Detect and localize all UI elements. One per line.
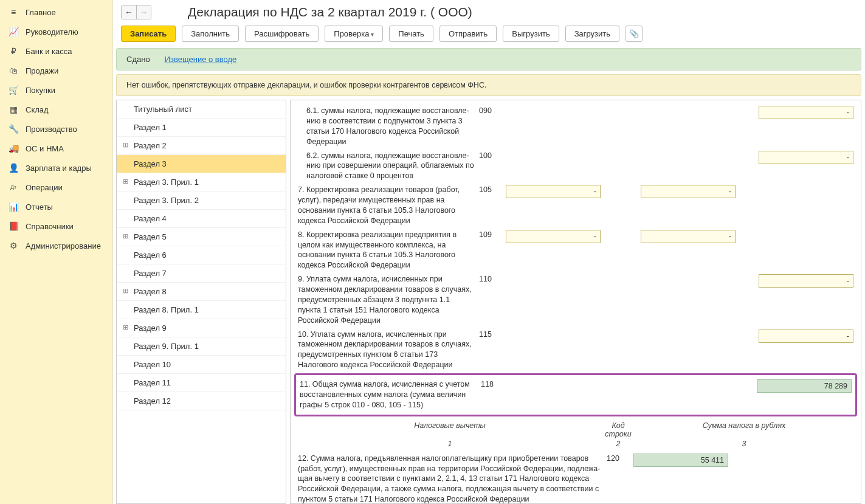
value-110[interactable]: [759, 274, 853, 288]
tree-item-s9p1[interactable]: Раздел 9. Прил. 1: [117, 337, 286, 356]
row-105: 7. Корректировка реализации товаров (раб…: [298, 183, 853, 228]
back-button[interactable]: ←: [122, 5, 136, 19]
decode-button[interactable]: Расшифровать: [245, 26, 319, 42]
content: Титульный лист Раздел 1 Раздел 2 Раздел …: [116, 100, 861, 504]
highlight-118: 11. Общая сумма налога, исчисленная с уч…: [294, 373, 857, 416]
sidebar-item-warehouse[interactable]: ▦Склад: [0, 100, 112, 119]
tree-item-s1[interactable]: Раздел 1: [117, 119, 286, 137]
tree-item-s7[interactable]: Раздел 7: [117, 264, 286, 283]
row-code: 110: [479, 274, 501, 285]
row-code: 120: [607, 454, 629, 464]
value-105-1[interactable]: [506, 185, 601, 198]
load-button[interactable]: Загрузить: [565, 26, 619, 42]
tree-item-s12[interactable]: Раздел 12: [117, 392, 286, 410]
sub-header: Налоговые вычеты Код строки Сумма налога…: [298, 418, 853, 440]
tree-item-s3[interactable]: Раздел 3: [117, 155, 286, 173]
sub-nums: 1 2 3: [298, 440, 853, 452]
sidebar-item-label: Склад: [26, 105, 49, 114]
row-code: 109: [479, 230, 501, 240]
sidebar-item-label: Администрирование: [26, 241, 101, 250]
nav-buttons: ← →: [121, 5, 151, 19]
row-118: 11. Общая сумма налога, исчисленная с уч…: [300, 378, 852, 412]
sidebar-item-admin[interactable]: ⚙Администрирование: [0, 236, 112, 255]
tree-item-s6[interactable]: Раздел 6: [117, 246, 286, 264]
form-area[interactable]: 6.1. суммы налога, подлежащие восстановл…: [290, 100, 861, 504]
tree-item-s10[interactable]: Раздел 10: [117, 356, 286, 374]
sidebar-item-label: ОС и НМА: [26, 144, 64, 153]
status-link[interactable]: Извещение о вводе: [165, 55, 237, 64]
status-bar: Сдано Извещение о вводе: [116, 48, 861, 71]
value-100[interactable]: [759, 151, 853, 164]
row-label: 6.1. суммы налога, подлежащие восстановл…: [298, 106, 474, 147]
row-109: 8. Корректировка реализации предприятия …: [298, 228, 853, 273]
row-label: 8. Корректировка реализации предприятия …: [298, 230, 474, 271]
sidebar-item-bank[interactable]: ₽Банк и касса: [0, 41, 112, 61]
sidebar-item-label: Продажи: [26, 66, 58, 75]
forward-button[interactable]: →: [136, 5, 151, 19]
row-label: 11. Общая сумма налога, исчисленная с уч…: [300, 379, 476, 410]
row-code: 115: [479, 330, 501, 340]
row-label: 9. Уплата сумм налога, исчисленных при т…: [298, 274, 474, 325]
tree-item-s11[interactable]: Раздел 11: [117, 374, 286, 392]
attach-button[interactable]: 📎: [625, 26, 643, 42]
sidebar-item-hr[interactable]: 👤Зарплата и кадры: [0, 158, 112, 178]
sidebar-item-reports[interactable]: 📊Отчеты: [0, 197, 112, 216]
sidebar-item-purchases[interactable]: 🛒Покупки: [0, 80, 112, 100]
tree-item-s3p2[interactable]: Раздел 3. Прил. 2: [117, 192, 286, 210]
check-button[interactable]: Проверка: [325, 26, 383, 42]
tree-item-s8[interactable]: Раздел 8: [117, 283, 286, 301]
ruble-icon: ₽: [9, 46, 18, 56]
wrench-icon: 🔧: [9, 124, 18, 134]
row-100: 6.2. суммы налога, подлежащие восстановл…: [298, 149, 853, 184]
sidebar-item-production[interactable]: 🔧Производство: [0, 119, 112, 139]
sh-n2: 2: [602, 440, 635, 448]
value-109-2[interactable]: [641, 230, 736, 243]
section-tree[interactable]: Титульный лист Раздел 1 Раздел 2 Раздел …: [116, 100, 286, 504]
fill-button[interactable]: Заполнить: [182, 26, 239, 42]
print-button[interactable]: Печать: [389, 26, 433, 42]
send-button[interactable]: Отправить: [439, 26, 497, 42]
tree-item-title[interactable]: Титульный лист: [117, 100, 286, 119]
cart-icon: 🛒: [9, 85, 18, 95]
toolbar: Записать Заполнить Расшифровать Проверка…: [112, 23, 865, 48]
value-090[interactable]: [759, 106, 853, 119]
value-109-1[interactable]: [506, 230, 601, 243]
row-110: 9. Уплата сумм налога, исчисленных при т…: [298, 272, 853, 327]
tree-item-s3p1[interactable]: Раздел 3. Прил. 1: [117, 173, 286, 192]
sidebar-item-sales[interactable]: 🛍Продажи: [0, 61, 112, 80]
gear-icon: ⚙: [9, 241, 18, 250]
row-label: 6.2. суммы налога, подлежащие восстановл…: [298, 151, 474, 182]
tree-item-s4[interactable]: Раздел 4: [117, 210, 286, 228]
tree-item-s8p1[interactable]: Раздел 8. Прил. 1: [117, 301, 286, 319]
sidebar-item-manager[interactable]: 📈Руководителю: [0, 22, 112, 41]
tree-item-s9[interactable]: Раздел 9: [117, 319, 286, 337]
sidebar-item-refs[interactable]: 📕Справочники: [0, 216, 112, 236]
sidebar-item-label: Зарплата и кадры: [26, 164, 92, 173]
row-090: 6.1. суммы налога, подлежащие восстановл…: [298, 104, 853, 149]
paperclip-icon: 📎: [629, 29, 639, 38]
value-115[interactable]: [759, 330, 853, 343]
tree-item-s5[interactable]: Раздел 5: [117, 228, 286, 246]
status-text: Сдано: [126, 55, 150, 64]
sidebar-item-operations[interactable]: ДтОперации: [0, 178, 112, 197]
page-title: Декларация по НДС за 2 квартал 2019 г. (…: [188, 5, 472, 19]
value-120: [633, 454, 728, 467]
barchart-icon: 📊: [9, 202, 18, 212]
row-code: 105: [479, 185, 501, 195]
grid-icon: ▦: [9, 105, 18, 114]
sidebar-item-main[interactable]: ≡Главное: [0, 2, 112, 22]
write-button[interactable]: Записать: [121, 26, 176, 42]
tree-item-s2[interactable]: Раздел 2: [117, 137, 286, 155]
row-label: 7. Корректировка реализации товаров (раб…: [298, 185, 474, 226]
row-label: 12. Сумма налога, предъявленная налогопл…: [298, 454, 602, 504]
sidebar-item-label: Производство: [26, 125, 77, 134]
row-code: 090: [479, 106, 501, 116]
row-code: 118: [481, 379, 503, 390]
sh-col3: Сумма налога в рублях: [635, 421, 853, 438]
row-120: 12. Сумма налога, предъявленная налогопл…: [298, 452, 853, 504]
value-105-2[interactable]: [641, 185, 736, 198]
sidebar-item-assets[interactable]: 🚚ОС и НМА: [0, 139, 112, 158]
chart-icon: 📈: [9, 27, 18, 36]
export-button[interactable]: Выгрузить: [503, 26, 559, 42]
sh-col1: Налоговые вычеты: [298, 421, 602, 438]
